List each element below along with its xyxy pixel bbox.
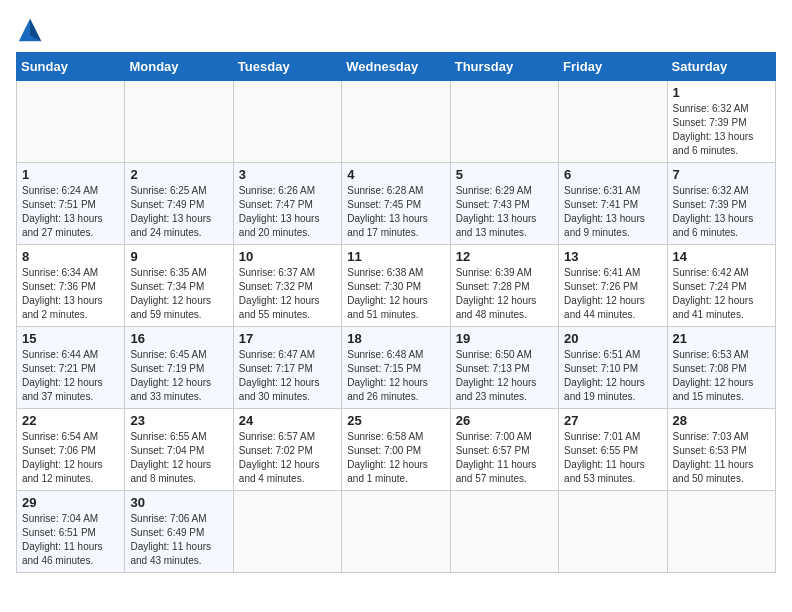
calendar-cell: 4Sunrise: 6:28 AMSunset: 7:45 PMDaylight… bbox=[342, 163, 450, 245]
day-info: Sunrise: 6:31 AMSunset: 7:41 PMDaylight:… bbox=[564, 184, 661, 240]
day-info: Sunrise: 6:28 AMSunset: 7:45 PMDaylight:… bbox=[347, 184, 444, 240]
page-header bbox=[16, 16, 776, 44]
day-info: Sunrise: 6:37 AMSunset: 7:32 PMDaylight:… bbox=[239, 266, 336, 322]
day-info: Sunrise: 6:53 AMSunset: 7:08 PMDaylight:… bbox=[673, 348, 770, 404]
calendar-cell: 21Sunrise: 6:53 AMSunset: 7:08 PMDayligh… bbox=[667, 327, 775, 409]
calendar-week-6: 29Sunrise: 7:04 AMSunset: 6:51 PMDayligh… bbox=[17, 491, 776, 573]
calendar-cell: 29Sunrise: 7:04 AMSunset: 6:51 PMDayligh… bbox=[17, 491, 125, 573]
day-info: Sunrise: 7:03 AMSunset: 6:53 PMDaylight:… bbox=[673, 430, 770, 486]
day-number: 1 bbox=[673, 85, 770, 100]
calendar-cell: 6Sunrise: 6:31 AMSunset: 7:41 PMDaylight… bbox=[559, 163, 667, 245]
day-number: 22 bbox=[22, 413, 119, 428]
day-info: Sunrise: 6:24 AMSunset: 7:51 PMDaylight:… bbox=[22, 184, 119, 240]
calendar-cell: 19Sunrise: 6:50 AMSunset: 7:13 PMDayligh… bbox=[450, 327, 558, 409]
day-info: Sunrise: 7:01 AMSunset: 6:55 PMDaylight:… bbox=[564, 430, 661, 486]
column-header-wednesday: Wednesday bbox=[342, 53, 450, 81]
day-number: 5 bbox=[456, 167, 553, 182]
day-number: 26 bbox=[456, 413, 553, 428]
calendar-cell: 8Sunrise: 6:34 AMSunset: 7:36 PMDaylight… bbox=[17, 245, 125, 327]
day-info: Sunrise: 6:50 AMSunset: 7:13 PMDaylight:… bbox=[456, 348, 553, 404]
day-number: 3 bbox=[239, 167, 336, 182]
calendar-cell: 13Sunrise: 6:41 AMSunset: 7:26 PMDayligh… bbox=[559, 245, 667, 327]
day-info: Sunrise: 6:42 AMSunset: 7:24 PMDaylight:… bbox=[673, 266, 770, 322]
calendar-cell bbox=[450, 81, 558, 163]
day-number: 15 bbox=[22, 331, 119, 346]
day-info: Sunrise: 6:29 AMSunset: 7:43 PMDaylight:… bbox=[456, 184, 553, 240]
day-number: 8 bbox=[22, 249, 119, 264]
day-number: 2 bbox=[130, 167, 227, 182]
calendar-cell: 11Sunrise: 6:38 AMSunset: 7:30 PMDayligh… bbox=[342, 245, 450, 327]
calendar-cell: 26Sunrise: 7:00 AMSunset: 6:57 PMDayligh… bbox=[450, 409, 558, 491]
calendar-cell: 30Sunrise: 7:06 AMSunset: 6:49 PMDayligh… bbox=[125, 491, 233, 573]
calendar-cell bbox=[559, 491, 667, 573]
calendar-cell: 3Sunrise: 6:26 AMSunset: 7:47 PMDaylight… bbox=[233, 163, 341, 245]
calendar-cell bbox=[125, 81, 233, 163]
day-number: 23 bbox=[130, 413, 227, 428]
column-header-monday: Monday bbox=[125, 53, 233, 81]
day-info: Sunrise: 6:48 AMSunset: 7:15 PMDaylight:… bbox=[347, 348, 444, 404]
day-info: Sunrise: 6:35 AMSunset: 7:34 PMDaylight:… bbox=[130, 266, 227, 322]
calendar-cell: 1Sunrise: 6:24 AMSunset: 7:51 PMDaylight… bbox=[17, 163, 125, 245]
day-number: 29 bbox=[22, 495, 119, 510]
day-info: Sunrise: 6:25 AMSunset: 7:49 PMDaylight:… bbox=[130, 184, 227, 240]
calendar-cell: 20Sunrise: 6:51 AMSunset: 7:10 PMDayligh… bbox=[559, 327, 667, 409]
calendar-cell: 2Sunrise: 6:25 AMSunset: 7:49 PMDaylight… bbox=[125, 163, 233, 245]
calendar-cell bbox=[17, 81, 125, 163]
day-number: 7 bbox=[673, 167, 770, 182]
day-number: 21 bbox=[673, 331, 770, 346]
calendar-cell: 28Sunrise: 7:03 AMSunset: 6:53 PMDayligh… bbox=[667, 409, 775, 491]
day-number: 9 bbox=[130, 249, 227, 264]
calendar-cell: 14Sunrise: 6:42 AMSunset: 7:24 PMDayligh… bbox=[667, 245, 775, 327]
day-info: Sunrise: 6:38 AMSunset: 7:30 PMDaylight:… bbox=[347, 266, 444, 322]
calendar-cell: 1Sunrise: 6:32 AMSunset: 7:39 PMDaylight… bbox=[667, 81, 775, 163]
day-number: 6 bbox=[564, 167, 661, 182]
calendar-cell bbox=[559, 81, 667, 163]
calendar-cell bbox=[667, 491, 775, 573]
calendar-cell: 17Sunrise: 6:47 AMSunset: 7:17 PMDayligh… bbox=[233, 327, 341, 409]
calendar-cell: 23Sunrise: 6:55 AMSunset: 7:04 PMDayligh… bbox=[125, 409, 233, 491]
calendar-cell: 9Sunrise: 6:35 AMSunset: 7:34 PMDaylight… bbox=[125, 245, 233, 327]
column-header-saturday: Saturday bbox=[667, 53, 775, 81]
logo bbox=[16, 16, 48, 44]
calendar-cell bbox=[342, 491, 450, 573]
day-info: Sunrise: 6:41 AMSunset: 7:26 PMDaylight:… bbox=[564, 266, 661, 322]
logo-icon bbox=[16, 16, 44, 44]
calendar-cell bbox=[450, 491, 558, 573]
day-info: Sunrise: 6:44 AMSunset: 7:21 PMDaylight:… bbox=[22, 348, 119, 404]
calendar-cell: 25Sunrise: 6:58 AMSunset: 7:00 PMDayligh… bbox=[342, 409, 450, 491]
calendar-table: SundayMondayTuesdayWednesdayThursdayFrid… bbox=[16, 52, 776, 573]
day-number: 4 bbox=[347, 167, 444, 182]
day-number: 20 bbox=[564, 331, 661, 346]
day-info: Sunrise: 7:06 AMSunset: 6:49 PMDaylight:… bbox=[130, 512, 227, 568]
calendar-cell: 5Sunrise: 6:29 AMSunset: 7:43 PMDaylight… bbox=[450, 163, 558, 245]
day-info: Sunrise: 6:51 AMSunset: 7:10 PMDaylight:… bbox=[564, 348, 661, 404]
day-info: Sunrise: 7:04 AMSunset: 6:51 PMDaylight:… bbox=[22, 512, 119, 568]
calendar-cell bbox=[233, 81, 341, 163]
day-number: 10 bbox=[239, 249, 336, 264]
calendar-cell bbox=[342, 81, 450, 163]
day-number: 1 bbox=[22, 167, 119, 182]
column-header-sunday: Sunday bbox=[17, 53, 125, 81]
calendar-cell: 22Sunrise: 6:54 AMSunset: 7:06 PMDayligh… bbox=[17, 409, 125, 491]
calendar-cell: 24Sunrise: 6:57 AMSunset: 7:02 PMDayligh… bbox=[233, 409, 341, 491]
calendar-cell: 10Sunrise: 6:37 AMSunset: 7:32 PMDayligh… bbox=[233, 245, 341, 327]
day-number: 19 bbox=[456, 331, 553, 346]
day-info: Sunrise: 6:39 AMSunset: 7:28 PMDaylight:… bbox=[456, 266, 553, 322]
calendar-week-4: 15Sunrise: 6:44 AMSunset: 7:21 PMDayligh… bbox=[17, 327, 776, 409]
calendar-cell: 15Sunrise: 6:44 AMSunset: 7:21 PMDayligh… bbox=[17, 327, 125, 409]
day-info: Sunrise: 6:34 AMSunset: 7:36 PMDaylight:… bbox=[22, 266, 119, 322]
day-info: Sunrise: 6:45 AMSunset: 7:19 PMDaylight:… bbox=[130, 348, 227, 404]
day-number: 17 bbox=[239, 331, 336, 346]
day-info: Sunrise: 6:32 AMSunset: 7:39 PMDaylight:… bbox=[673, 102, 770, 158]
day-number: 28 bbox=[673, 413, 770, 428]
column-header-friday: Friday bbox=[559, 53, 667, 81]
calendar-cell: 7Sunrise: 6:32 AMSunset: 7:39 PMDaylight… bbox=[667, 163, 775, 245]
day-info: Sunrise: 6:57 AMSunset: 7:02 PMDaylight:… bbox=[239, 430, 336, 486]
day-number: 16 bbox=[130, 331, 227, 346]
calendar-cell: 16Sunrise: 6:45 AMSunset: 7:19 PMDayligh… bbox=[125, 327, 233, 409]
column-header-tuesday: Tuesday bbox=[233, 53, 341, 81]
day-number: 24 bbox=[239, 413, 336, 428]
day-info: Sunrise: 6:54 AMSunset: 7:06 PMDaylight:… bbox=[22, 430, 119, 486]
day-info: Sunrise: 6:58 AMSunset: 7:00 PMDaylight:… bbox=[347, 430, 444, 486]
column-header-thursday: Thursday bbox=[450, 53, 558, 81]
